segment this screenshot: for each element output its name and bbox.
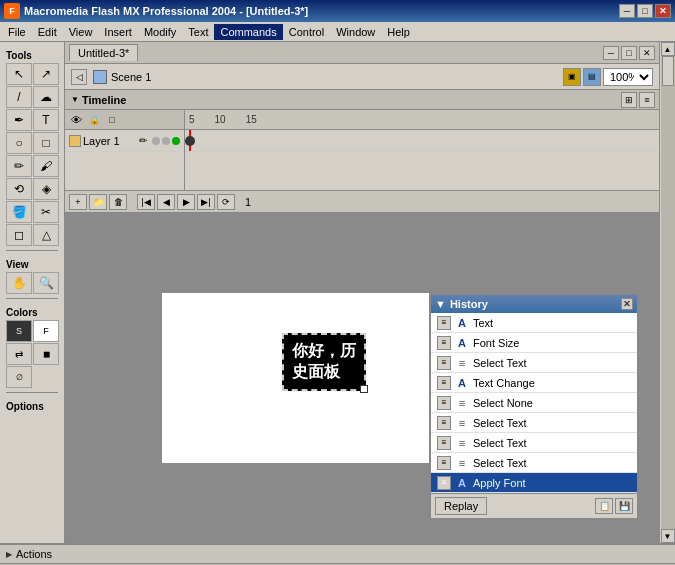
- menu-help[interactable]: Help: [381, 24, 416, 40]
- layer-dot-lock[interactable]: [162, 137, 170, 145]
- history-item-textchange[interactable]: ≡ A Text Change: [431, 373, 637, 393]
- frames-layer[interactable]: [185, 130, 659, 152]
- play-btn[interactable]: ▶: [177, 194, 195, 210]
- layer-pencil-icon[interactable]: ✏: [136, 134, 150, 148]
- text-tool active[interactable]: T: [33, 109, 59, 131]
- scroll-track[interactable]: [661, 56, 675, 529]
- scene-back-btn[interactable]: ◁: [71, 69, 87, 85]
- timeline-label: Timeline: [82, 94, 126, 106]
- subselect-tool[interactable]: ↗: [33, 63, 59, 85]
- scroll-up-btn[interactable]: ▲: [661, 42, 675, 56]
- history-item-selecttext3[interactable]: ≡ ≡ Select Text: [431, 433, 637, 453]
- zoom-scene-btn[interactable]: ▤: [583, 68, 601, 86]
- step-icon-6: ≡: [437, 416, 451, 430]
- canvas-area[interactable]: 你好，历史面板 ▼ History ✕ ≡ A: [65, 213, 659, 543]
- history-item-selecttext2[interactable]: ≡ ≡ Select Text: [431, 413, 637, 433]
- history-item-selecttext4[interactable]: ≡ ≡ Select Text: [431, 453, 637, 473]
- add-folder-btn[interactable]: 📁: [89, 194, 107, 210]
- tl-ctrl-2[interactable]: ≡: [639, 92, 655, 108]
- layer-dot-outline[interactable]: [172, 137, 180, 145]
- toolbar-divider-3: [6, 392, 58, 393]
- menu-control[interactable]: Control: [283, 24, 330, 40]
- history-copy-icon[interactable]: 📋: [595, 498, 613, 514]
- history-item-fontsize[interactable]: ≡ A Font Size: [431, 333, 637, 353]
- hand-tool[interactable]: ✋: [6, 272, 32, 294]
- layer-outline-icon[interactable]: □: [105, 113, 119, 127]
- freex-tool[interactable]: ⟲: [6, 178, 32, 200]
- delete-layer-btn[interactable]: 🗑: [109, 194, 127, 210]
- rect-tool[interactable]: □: [33, 132, 59, 154]
- menu-text[interactable]: Text: [182, 24, 214, 40]
- zoom-fit-btn[interactable]: ▣: [563, 68, 581, 86]
- history-item-applyfont[interactable]: ≡ A Apply Font: [431, 473, 637, 493]
- line-tool[interactable]: /: [6, 86, 32, 108]
- replay-button[interactable]: Replay: [435, 497, 487, 515]
- menu-window[interactable]: Window: [330, 24, 381, 40]
- doc-tab[interactable]: Untitled-3*: [69, 44, 138, 61]
- history-label-textchange: Text Change: [473, 377, 535, 389]
- swap-colors[interactable]: ⇄: [6, 343, 32, 365]
- layer-name[interactable]: Layer 1: [83, 135, 134, 147]
- none-color[interactable]: ∅: [6, 366, 32, 388]
- text-resize-handle[interactable]: [360, 385, 368, 393]
- scroll-down-btn[interactable]: ▼: [661, 529, 675, 543]
- frame-number: 1: [245, 196, 251, 208]
- history-item-selectnone[interactable]: ≡ ≡ Select None: [431, 393, 637, 413]
- lasso-tool[interactable]: ☁: [33, 86, 59, 108]
- menu-edit[interactable]: Edit: [32, 24, 63, 40]
- history-item-selecttext1[interactable]: ≡ ≡ Select Text: [431, 353, 637, 373]
- scroll-thumb[interactable]: [662, 56, 674, 86]
- menu-view[interactable]: View: [63, 24, 99, 40]
- frame-nav-2[interactable]: ◀: [157, 194, 175, 210]
- minimize-button[interactable]: ─: [619, 4, 635, 18]
- history-save-icon[interactable]: 💾: [615, 498, 633, 514]
- timeline-bottom: + 📁 🗑 |◀ ◀ ▶ ▶| ⟳ 1: [65, 190, 659, 212]
- history-title-bar: ▼ History ✕: [431, 295, 637, 313]
- fill-tool[interactable]: ◈: [33, 178, 59, 200]
- stop-btn[interactable]: ▶|: [197, 194, 215, 210]
- fill-color[interactable]: F: [33, 320, 59, 342]
- menu-modify[interactable]: Modify: [138, 24, 182, 40]
- keyframe[interactable]: [185, 136, 195, 146]
- loop-btn[interactable]: ⟳: [217, 194, 235, 210]
- ink-tool[interactable]: 🪣: [6, 201, 32, 223]
- brush-tool[interactable]: 🖌: [33, 155, 59, 177]
- doc-minimize-btn[interactable]: ─: [603, 46, 619, 60]
- close-button[interactable]: ✕: [655, 4, 671, 18]
- zoom-select[interactable]: 100% 50% 200%: [603, 68, 653, 86]
- add-layer-btn[interactable]: +: [69, 194, 87, 210]
- eyedrop-tool[interactable]: ✂: [33, 201, 59, 223]
- actions-label[interactable]: Actions: [16, 548, 52, 560]
- history-panel: ▼ History ✕ ≡ A Text ≡ A Font S: [429, 293, 639, 520]
- frame-nav-1[interactable]: |◀: [137, 194, 155, 210]
- timeline-header: ▼ Timeline ⊞ ≡: [65, 90, 659, 110]
- menu-bar: File Edit View Insert Modify Text Comman…: [0, 22, 675, 42]
- maximize-button[interactable]: □: [637, 4, 653, 18]
- layer-dot-visible[interactable]: [152, 137, 160, 145]
- menu-commands[interactable]: Commands: [214, 24, 282, 40]
- menu-file[interactable]: File: [2, 24, 32, 40]
- default-colors[interactable]: ◼: [33, 343, 59, 365]
- tl-ctrl-1[interactable]: ⊞: [621, 92, 637, 108]
- pen-tool[interactable]: ✒: [6, 109, 32, 131]
- actions-expand-icon[interactable]: ▶: [6, 550, 12, 559]
- pencil-tool[interactable]: ✏: [6, 155, 32, 177]
- ruler-mark-5: 5: [189, 114, 195, 125]
- history-icon-textchange: A: [455, 376, 469, 390]
- layer-lock-icon[interactable]: 🔒: [87, 113, 101, 127]
- history-close-btn[interactable]: ✕: [621, 298, 633, 310]
- oval-tool[interactable]: ○: [6, 132, 32, 154]
- extra-tool[interactable]: △: [33, 224, 59, 246]
- history-item-text[interactable]: ≡ A Text: [431, 313, 637, 333]
- stroke-color[interactable]: S: [6, 320, 32, 342]
- eraser-tool[interactable]: ◻: [6, 224, 32, 246]
- layer-eye-icon[interactable]: 👁: [69, 113, 83, 127]
- timeline-collapse-icon[interactable]: ▼: [71, 95, 79, 104]
- doc-restore-btn[interactable]: □: [621, 46, 637, 60]
- zoom-tool[interactable]: 🔍: [33, 272, 59, 294]
- options-label: Options: [2, 399, 62, 414]
- arrow-tool[interactable]: ↖: [6, 63, 32, 85]
- menu-insert[interactable]: Insert: [98, 24, 138, 40]
- text-object[interactable]: 你好，历史面板: [282, 333, 366, 391]
- doc-close-btn[interactable]: ✕: [639, 46, 655, 60]
